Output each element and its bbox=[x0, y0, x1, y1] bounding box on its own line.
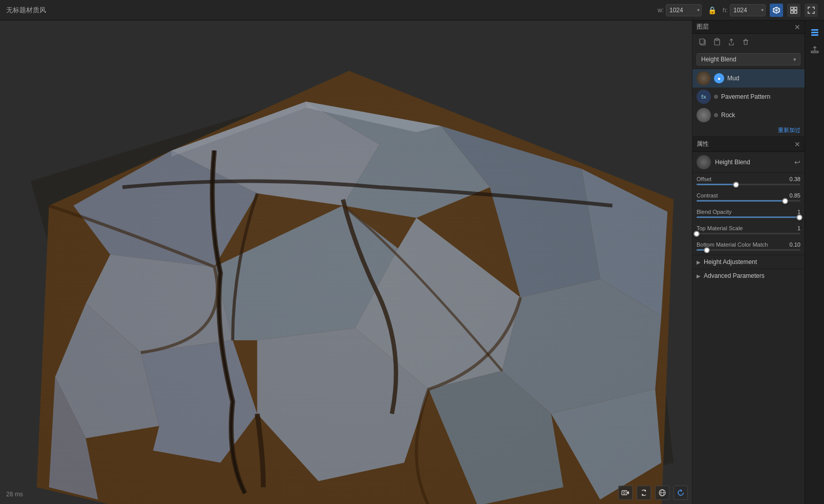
layer-item-pavement[interactable]: fx Pavement Pattern bbox=[692, 87, 805, 106]
prop-value-contrast: 0.85 bbox=[790, 192, 800, 199]
slider-thumb-contrast bbox=[782, 198, 788, 204]
expand-icon bbox=[808, 7, 815, 14]
layer-panel-title: 图层 bbox=[697, 23, 709, 31]
height-select-wrapper: 1024 512 2048 4096 bbox=[730, 4, 766, 16]
main-layout: 28 ms bbox=[0, 20, 824, 504]
properties-panel: 属性 ✕ Height Blend ↩ Offset 0.38 bbox=[692, 137, 805, 504]
prop-row-offset: Offset 0.38 bbox=[692, 173, 805, 189]
height-select[interactable]: 1024 512 2048 4096 bbox=[730, 4, 766, 16]
globe-icon bbox=[658, 489, 666, 497]
width-input-group: w: 1024 512 2048 4096 bbox=[658, 4, 702, 16]
layers-icon bbox=[810, 28, 819, 37]
slider-fill-contrast bbox=[697, 200, 785, 202]
slider-track-top-material[interactable] bbox=[697, 233, 800, 234]
2d-view-button[interactable] bbox=[787, 4, 800, 17]
svg-rect-7 bbox=[794, 11, 797, 13]
top-bar-controls: w: 1024 512 2048 4096 🔒 h: 1024 512 2048… bbox=[658, 4, 818, 17]
layer-panel-close[interactable]: ✕ bbox=[794, 24, 800, 31]
render-time: 28 ms bbox=[6, 491, 23, 498]
layer-dot-rock bbox=[714, 113, 718, 117]
camera-button[interactable] bbox=[618, 486, 633, 500]
prop-panel-close[interactable]: ✕ bbox=[794, 141, 800, 148]
prop-value-top-material: 1 bbox=[797, 225, 800, 231]
prop-row-blend-opacity: Blend Opacity 1 bbox=[692, 206, 805, 222]
lock-ratio-button[interactable]: 🔒 bbox=[706, 5, 719, 15]
prop-label-row-top-material: Top Material Scale 1 bbox=[697, 225, 800, 231]
svg-rect-49 bbox=[811, 51, 818, 53]
chevron-height-adj-icon: ▶ bbox=[697, 259, 701, 265]
delete-tool-button[interactable] bbox=[740, 36, 752, 48]
paste-icon bbox=[713, 38, 721, 46]
refresh-button[interactable] bbox=[674, 486, 688, 500]
prop-item-name: Height Blend bbox=[715, 159, 790, 166]
prop-label-offset: Offset bbox=[697, 176, 711, 182]
collapsible-height-adj[interactable]: ▶ Height Adjustement bbox=[692, 255, 805, 269]
layers-panel-toggle[interactable] bbox=[807, 25, 822, 40]
layer-item-rock[interactable]: Rock bbox=[692, 106, 805, 124]
prop-label-row-bottom-color: Bottom Material Color Match 0.10 bbox=[697, 242, 800, 248]
layer-name-pavement: Pavement Pattern bbox=[721, 93, 800, 100]
globe-button[interactable] bbox=[655, 486, 669, 500]
rotate-icon bbox=[640, 489, 648, 497]
svg-rect-40 bbox=[700, 39, 704, 44]
collapsible-advanced-params[interactable]: ▶ Advanced Parameters bbox=[692, 269, 805, 282]
cube-icon bbox=[772, 6, 780, 14]
svg-marker-38 bbox=[681, 489, 682, 492]
collapsible-label-height-adj: Height Adjustement bbox=[704, 258, 757, 266]
prop-label-row-offset: Offset 0.38 bbox=[697, 176, 800, 182]
blend-type-select[interactable]: Height Blend bbox=[697, 53, 800, 65]
prop-reset-button[interactable]: ↩ bbox=[794, 158, 800, 166]
svg-rect-5 bbox=[794, 7, 797, 10]
width-select[interactable]: 1024 512 2048 4096 bbox=[666, 4, 702, 16]
prop-label-contrast: Contrast bbox=[697, 192, 718, 199]
export-tool-button[interactable] bbox=[725, 36, 738, 48]
refresh-icon bbox=[677, 489, 685, 497]
layer-panel-toolbar bbox=[692, 34, 805, 50]
top-bar: 无标题材质风 w: 1024 512 2048 4096 🔒 h: 1024 5… bbox=[0, 0, 824, 20]
svg-rect-48 bbox=[811, 34, 818, 36]
rotate-button[interactable] bbox=[637, 486, 651, 500]
layer-item-mud[interactable]: ● Mud bbox=[692, 69, 805, 87]
slider-fill-offset bbox=[697, 184, 736, 185]
3d-view-button[interactable] bbox=[770, 4, 783, 17]
right-panel: 图层 ✕ bbox=[692, 20, 805, 504]
add-layer-link[interactable]: 重新加过 bbox=[692, 124, 805, 136]
slider-fill-blend-opacity bbox=[697, 216, 800, 218]
slider-track-offset[interactable] bbox=[697, 184, 800, 185]
viewport-status: 28 ms bbox=[6, 491, 23, 498]
prop-label-blend-opacity: Blend Opacity bbox=[697, 209, 731, 215]
svg-point-32 bbox=[623, 492, 625, 494]
collapsible-label-advanced: Advanced Parameters bbox=[704, 272, 765, 279]
svg-rect-46 bbox=[811, 29, 818, 31]
layer-thumb-pavement: fx bbox=[697, 90, 711, 104]
slider-thumb-bottom-color bbox=[704, 247, 710, 253]
paste-tool-button[interactable] bbox=[711, 36, 723, 48]
chevron-advanced-icon: ▶ bbox=[697, 273, 701, 279]
copy-tool-button[interactable] bbox=[697, 36, 709, 48]
prop-value-offset: 0.38 bbox=[790, 176, 800, 182]
svg-rect-6 bbox=[791, 11, 793, 13]
layer-panel: 图层 ✕ bbox=[692, 20, 805, 137]
slider-track-contrast[interactable] bbox=[697, 200, 800, 202]
slider-track-bottom-color[interactable] bbox=[697, 249, 800, 251]
layer-active-indicator-mud: ● bbox=[714, 73, 724, 83]
app-title: 无标题材质风 bbox=[6, 6, 46, 15]
viewport: 28 ms bbox=[0, 20, 692, 504]
slider-thumb-blend-opacity bbox=[796, 214, 803, 221]
layer-name-rock: Rock bbox=[721, 112, 800, 119]
viewport-toolbar-bottom bbox=[618, 486, 688, 500]
prop-panel-header: 属性 ✕ bbox=[692, 137, 805, 152]
export-panel-toggle[interactable] bbox=[807, 42, 822, 57]
trash-icon bbox=[742, 38, 750, 46]
layer-name-mud: Mud bbox=[727, 75, 800, 82]
prop-value-bottom-color: 0.10 bbox=[790, 242, 800, 248]
fullscreen-button[interactable] bbox=[805, 4, 818, 17]
viewport-canvas bbox=[0, 20, 692, 504]
slider-track-blend-opacity[interactable] bbox=[697, 216, 800, 218]
blend-dropdown-container: Height Blend bbox=[697, 53, 800, 65]
prop-row-top-material: Top Material Scale 1 bbox=[692, 222, 805, 238]
prop-label-top-material: Top Material Scale bbox=[697, 225, 743, 231]
prop-item-header: Height Blend ↩ bbox=[692, 152, 805, 173]
height-input-group: h: 1024 512 2048 4096 bbox=[723, 4, 766, 16]
slider-thumb-offset bbox=[733, 182, 739, 188]
